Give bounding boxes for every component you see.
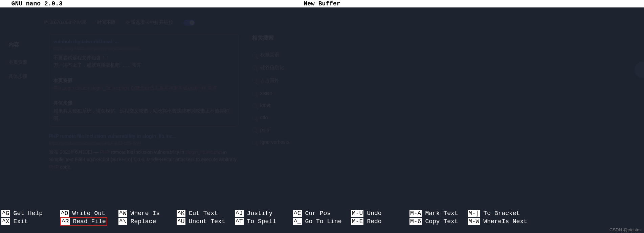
shortcut-justify[interactable]: ^J Justify bbox=[235, 210, 272, 217]
shortcut-label: Justify bbox=[244, 210, 273, 217]
shortcut-cur-pos[interactable]: ^C Cur Pos bbox=[293, 210, 331, 217]
search-icon bbox=[252, 65, 257, 70]
shortcut-label: To Spell bbox=[244, 218, 276, 225]
shortcut-read-file[interactable]: ^R Read File bbox=[60, 217, 107, 226]
shortcut-label: Undo bbox=[363, 210, 381, 217]
shortcut-uncut-text[interactable]: ^U Uncut Text bbox=[177, 218, 225, 225]
result-url: https://blog.51cto.net/weixin/wangarticl… bbox=[53, 46, 234, 51]
shortcut-label: Go To Line bbox=[302, 218, 342, 225]
editor-area[interactable]: 约 3,670,000 个结果 时间不限 在新选项卡中打开链接 内容 本页资源 … bbox=[0, 7, 644, 217]
shortcut-label: To Bracket bbox=[480, 210, 520, 217]
related-searches: 相关搜索 权威英语 硅谷信息化 吉吉国外 xixien kmvt ctfo ps… bbox=[252, 35, 381, 148]
background-passthrough: 约 3,670,000 个结果 时间不限 在新选项卡中打开链接 内容 本页资源 … bbox=[0, 7, 644, 217]
shortcut-undo[interactable]: M-U Undo bbox=[351, 210, 382, 217]
key-indicator: M-A bbox=[409, 210, 422, 217]
key-indicator: ^U bbox=[177, 218, 185, 225]
shortcut-label: Redo bbox=[363, 218, 381, 225]
shortcut-label: Write Out bbox=[69, 210, 105, 217]
csdn-watermark: CSDN @ctostm bbox=[609, 227, 641, 232]
key-indicator: M-6 bbox=[409, 218, 422, 225]
search-icon bbox=[252, 127, 257, 132]
shortcut-go-to-line[interactable]: ^_ Go To Line bbox=[293, 218, 342, 225]
key-indicator: ^J bbox=[235, 210, 244, 217]
result-card: vulnhub digitalworld.local: ... https://… bbox=[49, 35, 239, 127]
key-indicator: ^R bbox=[61, 218, 70, 225]
key-indicator: ^C bbox=[293, 210, 302, 217]
time-filter: 时间不限 bbox=[97, 20, 116, 26]
nano-version: GNU nano 2.9.3 bbox=[0, 0, 63, 7]
key-indicator: ^W bbox=[118, 210, 127, 217]
shortcut-label: Uncut Text bbox=[185, 218, 225, 225]
shortcut-get-help[interactable]: ^G Get Help bbox=[1, 210, 43, 217]
result-title: vulnhub digitalworld.local: ... bbox=[53, 39, 234, 44]
shortcut-label: Cut Text bbox=[185, 210, 218, 217]
nano-titlebar: GNU nano 2.9.3 New Buffer bbox=[0, 0, 644, 7]
toggle-icon bbox=[183, 20, 195, 26]
key-indicator: ^X bbox=[1, 218, 10, 225]
shortcut-label: Mark Text bbox=[422, 210, 458, 217]
sidebar-item: 具体步骤 bbox=[8, 69, 42, 84]
key-indicator: M-E bbox=[351, 218, 363, 225]
open-new-tab-label: 在新选项卡中打开链接 bbox=[126, 20, 173, 26]
key-indicator: M-W bbox=[468, 218, 480, 225]
shortcut-mark-text[interactable]: M-A Mark Text bbox=[409, 210, 458, 217]
shortcut-label: Read File bbox=[70, 218, 106, 225]
shortcut-where-is[interactable]: ^W Where Is bbox=[118, 210, 160, 217]
nano-shortcut-bar: ^G Get Help ^O Write Out ^W Where Is ^K … bbox=[0, 209, 644, 226]
search-icon bbox=[252, 78, 257, 83]
search-icon bbox=[252, 91, 257, 96]
shortcut-label: Get Help bbox=[10, 210, 43, 217]
sidebar-title: 内容 bbox=[8, 41, 42, 48]
related-head: 相关搜索 bbox=[252, 35, 381, 42]
sidebar-item: 本页资源 bbox=[8, 55, 42, 69]
shortcut-label: Exit bbox=[10, 218, 28, 225]
shortcut-to-bracket[interactable]: M-] To Bracket bbox=[468, 210, 520, 217]
result-card: PHP remote file inclusion vulnerability … bbox=[49, 133, 239, 171]
search-icon bbox=[252, 140, 257, 144]
search-icon bbox=[252, 115, 257, 120]
key-indicator: ^\ bbox=[118, 218, 127, 225]
shortcut-label: Replace bbox=[127, 218, 156, 225]
shortcut-label: Where Is bbox=[127, 210, 160, 217]
buffer-name: New Buffer bbox=[304, 0, 340, 7]
shortcut-label: WhereIs Next bbox=[480, 218, 527, 225]
shortcut-copy-text[interactable]: M-6 Copy Text bbox=[409, 218, 458, 225]
result-title: PHP remote file inclusion vulnerability … bbox=[49, 133, 239, 139]
key-indicator: ^G bbox=[1, 210, 10, 217]
shortcut-redo[interactable]: M-E Redo bbox=[351, 218, 382, 225]
key-indicator: ^_ bbox=[293, 218, 302, 225]
shortcut-to-spell[interactable]: ^T To Spell bbox=[235, 218, 276, 225]
result-url: https://github.com/advisories/GHSA-93f2-… bbox=[49, 141, 239, 146]
search-icon bbox=[252, 103, 257, 108]
shortcut-whereis-next[interactable]: M-W WhereIs Next bbox=[468, 218, 527, 225]
shortcut-replace[interactable]: ^\ Replace bbox=[118, 218, 156, 225]
key-indicator: ^K bbox=[177, 210, 185, 217]
key-indicator: ^O bbox=[60, 210, 69, 217]
shortcut-exit[interactable]: ^X Exit bbox=[1, 218, 28, 225]
key-indicator: ^T bbox=[235, 218, 244, 225]
search-icon bbox=[252, 52, 257, 57]
shortcut-label: Copy Text bbox=[422, 218, 458, 225]
shortcut-label: Cur Pos bbox=[302, 210, 331, 217]
shortcut-write-out[interactable]: ^O Write Out bbox=[60, 210, 105, 217]
key-indicator: M-] bbox=[468, 210, 480, 217]
key-indicator: M-U bbox=[351, 210, 363, 217]
result-count: 约 3,670,000 个结果 bbox=[44, 20, 87, 26]
shortcut-cut-text[interactable]: ^K Cut Text bbox=[177, 210, 218, 217]
